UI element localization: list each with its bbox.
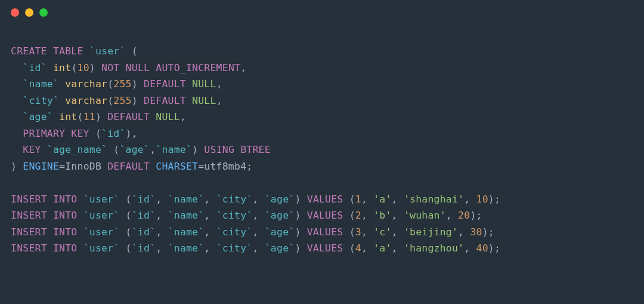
v-age: 10 — [476, 194, 488, 205]
type-int: int — [53, 62, 71, 73]
code-window: CREATE TABLE `user` ( `id` int(10) NOT N… — [0, 0, 644, 304]
eq-innodb: =InnoDB — [59, 161, 101, 172]
kw-key: KEY — [23, 144, 41, 155]
type-varchar: varchar — [65, 78, 107, 90]
maximize-icon[interactable] — [39, 8, 48, 17]
key-col-b: `name` — [156, 144, 192, 155]
v-id: 2 — [355, 210, 361, 221]
kw-values: VALUES — [307, 194, 343, 205]
v-name: 'a' — [373, 242, 391, 254]
col-id: `id` — [23, 62, 47, 73]
tbl-name: `user` — [83, 210, 120, 221]
kw-values: VALUES — [307, 226, 343, 238]
col-age: `age` — [23, 111, 53, 122]
kw-charset: CHARSET — [156, 161, 198, 172]
v-name: 'b' — [373, 210, 391, 221]
ic-0: `id` — [132, 194, 156, 205]
minimize-icon[interactable] — [25, 8, 33, 17]
num-255b: 255 — [113, 95, 131, 106]
ic-0: `id` — [132, 226, 156, 238]
kw-primary-key: PRIMARY KEY — [23, 128, 89, 139]
v-id: 4 — [355, 242, 361, 254]
tbl-name: `user` — [83, 242, 120, 254]
kw-default: DEFAULT — [144, 78, 186, 90]
kw-values: VALUES — [307, 242, 343, 254]
tbl-name: `user` — [83, 194, 120, 205]
tbl-name: `user` — [89, 45, 126, 57]
col-city: `city` — [23, 95, 59, 106]
kw-using-btree: USING BTREE — [204, 144, 270, 155]
ic-3: `age` — [265, 226, 295, 238]
ic-1: `name` — [168, 210, 205, 221]
kw-null: NULL — [192, 78, 216, 90]
v-age: 30 — [470, 226, 482, 238]
ic-0: `id` — [132, 210, 156, 221]
v-id: 3 — [355, 226, 361, 238]
ic-2: `city` — [216, 194, 253, 205]
col-name: `name` — [23, 78, 59, 90]
v-city: 'shanghai' — [404, 194, 464, 205]
ic-2: `city` — [216, 242, 253, 254]
kw-insert-into: INSERT INTO — [11, 226, 77, 238]
pk-col: `id` — [101, 128, 126, 139]
tbl-name: `user` — [83, 226, 120, 238]
ic-2: `city` — [216, 226, 253, 238]
kw-create-table: CREATE TABLE — [11, 45, 83, 57]
v-name: 'a' — [373, 194, 391, 205]
v-id: 1 — [355, 194, 361, 205]
type-varchar: varchar — [65, 95, 107, 106]
ic-3: `age` — [265, 242, 295, 254]
key-name: `age_name` — [47, 144, 107, 155]
close-icon[interactable] — [11, 8, 19, 17]
v-city: 'beijing' — [404, 226, 458, 238]
key-col-a: `age` — [119, 144, 150, 155]
ic-1: `name` — [168, 194, 205, 205]
v-city: 'wuhan' — [404, 210, 446, 221]
eq-utf8mb4: =utf8mb4 — [198, 161, 246, 172]
kw-not-null-ai: NOT NULL AUTO_INCREMENT — [101, 62, 240, 73]
ic-3: `age` — [265, 194, 295, 205]
ic-1: `name` — [168, 242, 205, 254]
type-int: int — [59, 111, 77, 122]
kw-default2: DEFAULT — [107, 161, 150, 172]
window-controls — [11, 8, 48, 17]
kw-engine: ENGINE — [23, 161, 59, 172]
kw-insert-into: INSERT INTO — [11, 194, 77, 205]
v-age: 20 — [458, 210, 470, 221]
kw-default: DEFAULT — [144, 95, 186, 106]
kw-insert-into: INSERT INTO — [11, 210, 77, 221]
num-10: 10 — [78, 62, 89, 73]
v-age: 40 — [476, 242, 488, 254]
code-block: CREATE TABLE `user` ( `id` int(10) NOT N… — [11, 43, 633, 257]
kw-default: DEFAULT — [107, 111, 150, 122]
v-city: 'hangzhou' — [404, 242, 464, 254]
kw-null: NULL — [192, 95, 216, 106]
kw-insert-into: INSERT INTO — [11, 242, 77, 254]
num-255: 255 — [113, 78, 131, 90]
ic-1: `name` — [168, 226, 205, 238]
ic-0: `id` — [132, 242, 156, 254]
kw-null: NULL — [156, 111, 180, 122]
v-name: 'c' — [373, 226, 391, 238]
ic-2: `city` — [216, 210, 253, 221]
num-11: 11 — [83, 111, 95, 122]
ic-3: `age` — [265, 210, 295, 221]
kw-values: VALUES — [307, 210, 343, 221]
